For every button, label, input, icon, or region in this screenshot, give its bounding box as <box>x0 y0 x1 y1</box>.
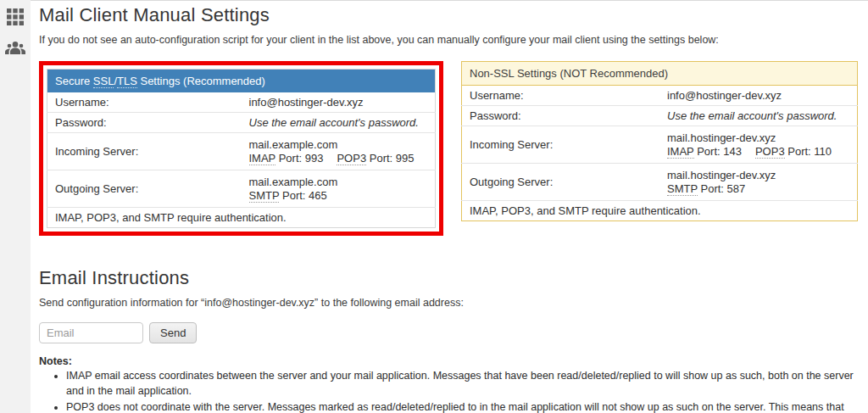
pop3-port-group: POP3 Port: 110 <box>755 145 832 158</box>
pop3-abbr: POP3 <box>755 145 785 159</box>
incoming-host: mail.example.com <box>249 138 428 151</box>
password-label: Password: <box>462 106 660 126</box>
incoming-server-value: mail.example.com IMAP Port: 993POP3 Port… <box>242 133 436 170</box>
settings-tables: Secure SSL/TLS Settings (Recommended) Us… <box>39 61 858 236</box>
auth-note-row: IMAP, POP3, and SMTP require authenticat… <box>462 201 858 221</box>
page-subtitle: If you do not see an auto-configuration … <box>39 34 858 46</box>
apps-grid-icon[interactable] <box>5 7 25 27</box>
username-value: info@hostinger-dev.xyz <box>242 92 436 113</box>
imap-abbr: IMAP <box>667 145 694 159</box>
tls-abbr: TLS <box>117 75 137 88</box>
incoming-server-value: mail.hostinger-dev.xyz IMAP Port: 143POP… <box>659 126 858 164</box>
password-label: Password: <box>47 113 242 133</box>
imap-abbr: IMAP <box>249 152 276 165</box>
smtp-abbr: SMTP <box>249 189 280 203</box>
outgoing-server-value: mail.example.com SMTP Port: 465 <box>242 170 436 208</box>
incoming-server-row: Incoming Server: mail.example.com IMAP P… <box>47 133 436 170</box>
auth-note: IMAP, POP3, and SMTP require authenticat… <box>47 208 436 228</box>
username-label: Username: <box>47 92 242 113</box>
password-value: Use the email account's password. <box>242 113 436 133</box>
imap-port-value: Port: 993 <box>275 152 323 165</box>
smtp-port-group: SMTP Port: 587 <box>667 182 745 196</box>
ssl-settings-table: Secure SSL/TLS Settings (Recommended) Us… <box>47 69 436 228</box>
incoming-host: mail.hostinger-dev.xyz <box>667 131 849 144</box>
email-instructions-description: Send configuration information for “info… <box>39 297 858 309</box>
ssl-title-suffix: Settings (Recommended) <box>137 75 265 87</box>
smtp-port-value: Port: 587 <box>698 182 745 195</box>
imap-port-group: IMAP Port: 993 <box>249 152 324 165</box>
ssl-title-prefix: Secure <box>55 75 93 87</box>
pop3-port-value: Port: 110 <box>785 145 832 158</box>
email-input[interactable] <box>39 322 143 343</box>
ssl-table-title: Secure SSL/TLS Settings (Recommended) <box>47 70 436 93</box>
notes-heading: Notes: <box>39 355 72 367</box>
pop3-port-group: POP3 Port: 995 <box>337 152 414 165</box>
incoming-server-label: Incoming Server: <box>462 126 660 164</box>
recommended-settings-highlight-box: Secure SSL/TLS Settings (Recommended) Us… <box>39 61 443 236</box>
username-row: Username: info@hostinger-dev.xyz <box>462 86 858 106</box>
email-instructions-form: Send <box>39 322 858 343</box>
outgoing-ports: SMTP Port: 587 <box>667 182 849 195</box>
username-row: Username: info@hostinger-dev.xyz <box>47 92 436 113</box>
outgoing-host: mail.hostinger-dev.xyz <box>667 169 849 181</box>
password-row: Password: Use the email account's passwo… <box>462 106 858 126</box>
ssl-table-header-row: Secure SSL/TLS Settings (Recommended) <box>47 70 436 93</box>
incoming-ports: IMAP Port: 143POP3 Port: 110 <box>667 145 849 158</box>
mail-client-settings-page: Mail Client Manual Settings If you do no… <box>0 0 868 413</box>
smtp-port-group: SMTP Port: 465 <box>249 189 327 203</box>
notes-list: IMAP email access coordinates between th… <box>39 369 858 413</box>
auth-note: IMAP, POP3, and SMTP require authenticat… <box>462 201 858 221</box>
imap-port-value: Port: 143 <box>694 145 742 158</box>
nonssl-table-title: Non-SSL Settings (NOT Recommended) <box>462 62 858 86</box>
smtp-abbr: SMTP <box>667 182 698 196</box>
password-value: Use the email account's password. <box>659 106 858 126</box>
user-groups-icon[interactable] <box>5 37 25 58</box>
outgoing-server-label: Outgoing Server: <box>47 170 242 208</box>
incoming-server-label: Incoming Server: <box>47 133 242 170</box>
email-instructions-title: Email Instructions <box>39 267 858 289</box>
nonssl-settings-table: Non-SSL Settings (NOT Recommended) Usern… <box>461 61 858 221</box>
pop3-abbr: POP3 <box>337 152 366 165</box>
pop3-port-value: Port: 995 <box>366 152 414 165</box>
notes-section: Notes: IMAP email access coordinates bet… <box>39 355 858 413</box>
nonssl-table-header-row: Non-SSL Settings (NOT Recommended) <box>462 62 858 86</box>
username-value: info@hostinger-dev.xyz <box>659 86 858 106</box>
outgoing-server-row: Outgoing Server: mail.example.com SMTP P… <box>47 170 436 208</box>
password-row: Password: Use the email account's passwo… <box>47 113 436 133</box>
main-content: Mail Client Manual Settings If you do no… <box>31 0 868 413</box>
outgoing-server-value: mail.hostinger-dev.xyz SMTP Port: 587 <box>659 164 858 201</box>
outgoing-server-row: Outgoing Server: mail.hostinger-dev.xyz … <box>462 164 858 201</box>
incoming-server-row: Incoming Server: mail.hostinger-dev.xyz … <box>462 126 858 164</box>
username-label: Username: <box>462 86 660 106</box>
outgoing-server-label: Outgoing Server: <box>462 164 660 201</box>
note-item: POP3 does not coordinate with the server… <box>66 400 858 413</box>
smtp-port-value: Port: 465 <box>279 189 326 202</box>
auth-note-row: IMAP, POP3, and SMTP require authenticat… <box>47 208 436 228</box>
outgoing-ports: SMTP Port: 465 <box>249 189 428 202</box>
outgoing-host: mail.example.com <box>249 176 428 188</box>
ssl-abbr: SSL <box>93 75 114 88</box>
sidebar <box>0 0 31 413</box>
incoming-ports: IMAP Port: 993POP3 Port: 995 <box>249 152 428 165</box>
note-item: IMAP email access coordinates between th… <box>66 369 858 399</box>
send-button[interactable]: Send <box>149 322 197 343</box>
imap-port-group: IMAP Port: 143 <box>667 145 742 159</box>
page-title: Mail Client Manual Settings <box>39 4 858 26</box>
